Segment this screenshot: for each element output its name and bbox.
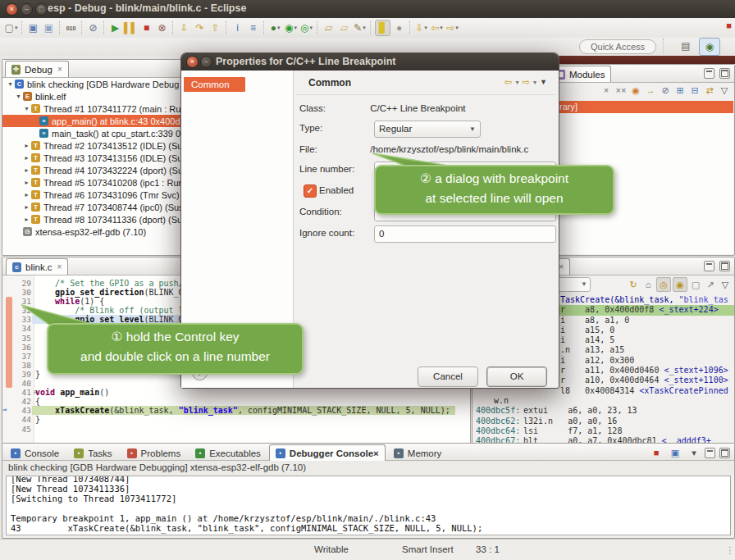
tab-close-icon[interactable]: ×	[559, 262, 564, 271]
line-number[interactable]: 40	[12, 379, 31, 388]
tree-expander-icon[interactable]: ▸	[22, 179, 31, 186]
new-wizard-icon[interactable]: ▢▾	[4, 20, 18, 35]
tab-tasks[interactable]: ▪Tasks	[67, 444, 118, 462]
refresh-icon[interactable]: ↻	[627, 278, 640, 291]
window-close-icon[interactable]: ×	[6, 3, 18, 16]
disconnect-icon[interactable]: ⊗	[155, 20, 169, 35]
console-menu-icon[interactable]: ▾	[687, 446, 701, 459]
toggle-mark-icon[interactable]: ●	[392, 20, 406, 35]
tree-expander-icon[interactable]: ▾	[6, 80, 15, 88]
dialog-close-icon[interactable]: ×	[186, 56, 199, 68]
console-output[interactable]: [New Thread 1073408744][New Thread 10734…	[6, 476, 731, 535]
tab-console[interactable]: ▪Console	[4, 444, 66, 462]
forward-icon[interactable]: ⇨	[522, 76, 530, 88]
minimize-view-icon[interactable]	[705, 448, 715, 458]
tab-blink-c[interactable]: c blink.c ×	[6, 258, 68, 275]
line-number[interactable]: 39	[12, 370, 31, 379]
instruction-stepping-icon[interactable]: i	[231, 20, 244, 35]
terminate-console-icon[interactable]: ■	[650, 446, 663, 459]
step-into-icon[interactable]: ⇩	[177, 20, 191, 35]
debug-perspective-icon[interactable]: ◉	[699, 38, 720, 56]
tab-close-icon[interactable]: ×	[57, 65, 62, 74]
tree-expander-icon[interactable]: ▸	[22, 203, 31, 211]
maximize-view-icon[interactable]	[719, 448, 730, 458]
line-number[interactable]: 36	[12, 343, 31, 352]
collapse-all-icon[interactable]: ⊟	[688, 84, 701, 97]
back-icon[interactable]: ⇦	[504, 76, 513, 88]
tree-expander-icon[interactable]: ▸	[22, 216, 31, 223]
show-threads-icon[interactable]: ≡	[246, 20, 260, 35]
terminate-icon[interactable]: ■	[139, 20, 153, 35]
tree-expander-icon[interactable]: ▸	[22, 154, 31, 162]
last-edit-location-icon[interactable]: ⇩▾	[414, 20, 428, 35]
show-opcodes-icon[interactable]: ◎	[656, 277, 671, 292]
skip-breakpoints-icon[interactable]: ⊘	[86, 20, 100, 35]
expand-all-icon[interactable]: ⊞	[673, 84, 687, 97]
skip-all-icon[interactable]: ⊘	[659, 84, 672, 97]
filter-icon[interactable]: ◉	[629, 84, 642, 97]
home-icon[interactable]: ⌂	[641, 278, 655, 291]
modules-selected-row[interactable]: rary]	[548, 101, 733, 113]
ok-button[interactable]: OK	[486, 367, 547, 387]
toolbar-overflow-icon[interactable]: ■	[726, 20, 732, 30]
line-number[interactable]: 45	[12, 425, 31, 434]
tree-expander-icon[interactable]: ▸	[22, 166, 31, 174]
tab-problems[interactable]: ▪Problems	[121, 444, 188, 462]
step-over-icon[interactable]: ↷	[193, 20, 207, 35]
tab-close-icon[interactable]: ×	[373, 448, 379, 458]
maximize-view-icon[interactable]	[719, 261, 730, 271]
step-return-icon[interactable]: ⇧	[208, 20, 222, 35]
back-menu-icon[interactable]: ▾	[515, 79, 518, 86]
goto-file-icon[interactable]: →	[644, 84, 657, 97]
tab-debugger-console[interactable]: ▪Debugger Console×	[269, 444, 386, 461]
remove-all-icon[interactable]: ××	[614, 84, 628, 97]
type-combo[interactable]: Regular ▼	[374, 121, 481, 138]
view-menu-icon[interactable]: ▽	[719, 278, 732, 291]
enabled-checkbox[interactable]: ✓	[304, 184, 317, 198]
suspend-icon[interactable]: ▌▌	[124, 20, 138, 35]
display-console-icon[interactable]: ▣	[669, 446, 682, 459]
quick-access-button[interactable]: Quick Access	[579, 39, 656, 54]
line-number[interactable]: 29	[12, 279, 31, 288]
minimize-view-icon[interactable]	[704, 68, 714, 79]
forward-menu-icon[interactable]: ▾	[533, 79, 536, 86]
line-number[interactable]: 37	[12, 352, 31, 361]
maximize-view-icon[interactable]	[719, 68, 730, 79]
line-number[interactable]: 41	[12, 388, 31, 397]
annotate-icon[interactable]: ✎▾	[353, 20, 367, 35]
save-icon[interactable]: ▣	[26, 20, 40, 35]
chevron-down-icon[interactable]: ▼	[581, 278, 587, 291]
tree-expander-icon[interactable]: ▾	[22, 105, 31, 112]
line-number[interactable]: 35	[12, 334, 31, 343]
run-icon[interactable]: ◉▾	[284, 20, 298, 35]
breakpoint-icon[interactable]: ⇒	[2, 405, 7, 414]
open-folder-icon[interactable]: ▱	[322, 20, 336, 35]
cancel-button[interactable]: Cancel	[418, 367, 478, 387]
resume-icon[interactable]: ▶	[108, 20, 122, 35]
back-icon[interactable]: ⇦▾	[430, 20, 444, 35]
line-number[interactable]: 38	[12, 361, 31, 370]
open-resource-icon[interactable]: ▱	[337, 20, 351, 35]
line-number[interactable]: 30	[12, 288, 31, 297]
tree-expander-icon[interactable]: ▾	[14, 93, 23, 100]
show-source-icon[interactable]: ◉	[673, 277, 687, 292]
sidebar-item-common[interactable]: Common	[184, 77, 245, 92]
remove-icon[interactable]: ×	[600, 84, 613, 97]
dialog-minimize-icon[interactable]: –	[200, 56, 212, 68]
tab-memory[interactable]: ▪Memory	[387, 444, 449, 462]
debug-icon[interactable]: ●▾	[268, 20, 282, 35]
tree-expander-icon[interactable]: ▸	[22, 142, 31, 149]
line-number[interactable]: 44	[12, 415, 31, 424]
tree-expander-icon[interactable]: ▸	[22, 191, 31, 198]
forward-icon[interactable]: ⇨▾	[445, 20, 459, 35]
ignore-count-input[interactable]: 0	[374, 225, 556, 243]
save-all-icon[interactable]: ▣	[42, 20, 56, 35]
view-menu-icon[interactable]: ▼	[540, 78, 547, 86]
link-debug-icon[interactable]: ⇄	[703, 84, 716, 97]
tab-debug[interactable]: ✣ Debug ×	[5, 61, 69, 77]
view-menu-icon[interactable]: ▽	[718, 84, 731, 97]
profile-icon[interactable]: ◎▾	[299, 20, 313, 35]
cpp-perspective-icon[interactable]: ▤	[676, 38, 696, 54]
highlight-icon[interactable]: ▊	[375, 20, 390, 36]
tab-close-icon[interactable]: ×	[57, 262, 62, 271]
